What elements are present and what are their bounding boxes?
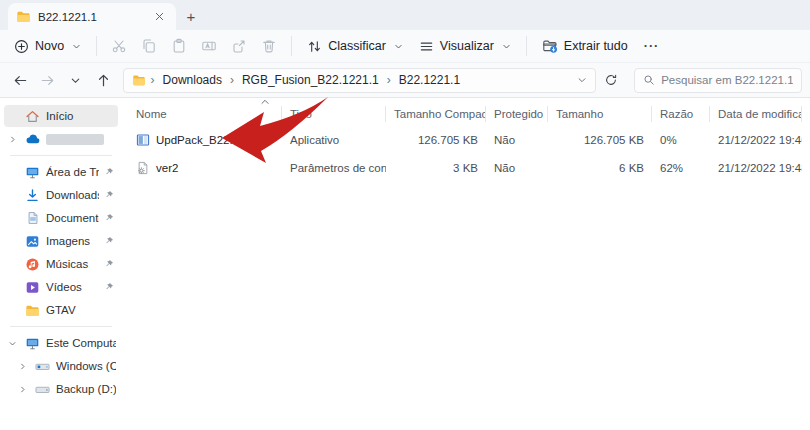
pin-icon — [104, 259, 114, 269]
new-button[interactable]: Novo — [6, 35, 89, 58]
sidebar-item-documentos[interactable]: Documentos — [4, 207, 118, 229]
file-size: 126.705 KB — [548, 134, 652, 146]
delete-button[interactable] — [254, 33, 284, 59]
addressbar-dropdown-icon[interactable] — [577, 75, 587, 85]
document-icon — [24, 211, 41, 225]
sidebar-item-gtav[interactable]: GTAV — [4, 299, 118, 321]
sidebar-item-onedrive[interactable] — [4, 128, 118, 150]
file-row-ver2[interactable]: ver2 Parâmetros de configuraç... 3 KB Nã… — [122, 154, 810, 182]
breadcrumb-downloads[interactable]: Downloads — [160, 72, 225, 88]
chevron-down-icon — [394, 42, 403, 51]
videos-icon — [24, 280, 41, 295]
extract-all-button[interactable]: Extrair tudo — [534, 34, 636, 58]
paste-button[interactable] — [164, 33, 194, 59]
sidebar-item-inicio[interactable]: Início — [4, 105, 118, 127]
explorer-body: Início Área de Trabalho Downloads — [0, 98, 810, 429]
view-button[interactable]: Visualizar — [411, 35, 519, 58]
copy-icon — [141, 38, 157, 54]
downloads-icon — [24, 188, 41, 203]
chevron-down-icon[interactable] — [6, 339, 19, 348]
more-icon: ··· — [644, 39, 660, 53]
sidebar-separator — [10, 155, 112, 156]
chevron-right-icon[interactable] — [16, 385, 29, 394]
breadcrumb-rgb-fusion[interactable]: RGB_Fusion_B22.1221.1 — [239, 72, 382, 88]
computer-icon — [24, 336, 41, 351]
paste-icon — [171, 38, 187, 54]
more-options-button[interactable]: ··· — [636, 35, 668, 57]
file-row-updpack[interactable]: UpdPack_B22.1221.1 Aplicativo 126.705 KB… — [122, 126, 810, 154]
back-button[interactable] — [8, 67, 33, 93]
breadcrumb-current-folder[interactable]: B22.1221.1 — [396, 72, 463, 88]
chevron-down-icon — [502, 42, 511, 51]
sidebar-item-area-de-trabalho[interactable]: Área de Trabalho — [4, 161, 118, 183]
column-header-protegido[interactable]: Protegido ... — [486, 106, 548, 122]
copy-button[interactable] — [134, 33, 164, 59]
up-button[interactable] — [91, 67, 116, 93]
address-bar[interactable]: › Downloads › RGB_Fusion_B22.1221.1 › B2… — [123, 68, 596, 93]
sidebar-item-windows-c[interactable]: Windows (C:) — [14, 355, 118, 377]
file-size: 6 KB — [548, 162, 652, 174]
column-header-tamanho-compact[interactable]: Tamanho Compact... — [386, 106, 486, 122]
explorer-tab[interactable]: B22.1221.1 — [8, 3, 176, 30]
cut-button[interactable] — [104, 33, 134, 59]
file-compressed-size: 126.705 KB — [386, 134, 486, 146]
refresh-button[interactable] — [599, 67, 624, 93]
drive-icon — [34, 382, 51, 397]
rename-button[interactable] — [194, 33, 224, 59]
sidebar-item-label: GTAV — [46, 304, 116, 316]
extract-all-label: Extrair tudo — [564, 39, 628, 53]
sidebar-item-musicas[interactable]: Músicas — [4, 253, 118, 275]
extract-folder-icon — [542, 38, 558, 54]
file-compressed-size: 3 KB — [386, 162, 486, 174]
sort-button[interactable]: Classificar — [299, 35, 411, 58]
folder-icon — [16, 9, 31, 24]
column-header-data-modificacao[interactable]: Data de modificação — [710, 106, 802, 122]
tab-title: B22.1221.1 — [38, 11, 143, 23]
images-icon — [24, 234, 41, 249]
sidebar-item-label: Downloads — [46, 189, 99, 201]
view-button-label: Visualizar — [440, 39, 494, 53]
sidebar-item-backup-d[interactable]: Backup (D:) — [14, 378, 118, 400]
sidebar-item-videos[interactable]: Vídeos — [4, 276, 118, 298]
onedrive-label-redacted — [46, 134, 104, 145]
share-icon — [231, 38, 247, 54]
file-modified: 21/12/2022 19:48 — [710, 162, 802, 174]
desktop-icon — [24, 165, 41, 180]
sidebar-item-label: Imagens — [46, 235, 99, 247]
folder-icon — [132, 73, 146, 87]
recent-locations-button[interactable] — [63, 67, 88, 93]
file-name: ver2 — [156, 162, 178, 174]
sidebar-item-imagens[interactable]: Imagens — [4, 230, 118, 252]
sidebar-item-este-computador[interactable]: Este Computador — [4, 332, 118, 354]
cut-icon — [111, 38, 127, 54]
onedrive-cloud-icon — [24, 131, 41, 147]
column-header-tipo[interactable]: Tipo — [282, 106, 386, 122]
view-lines-icon — [419, 39, 434, 54]
column-header-razao[interactable]: Razão — [652, 106, 710, 122]
column-header-tamanho[interactable]: Tamanho — [548, 106, 652, 122]
sidebar-item-label: Área de Trabalho — [46, 166, 99, 178]
sidebar-item-label: Vídeos — [46, 281, 99, 293]
chevron-right-icon[interactable] — [16, 362, 29, 371]
config-file-icon — [136, 161, 150, 175]
sidebar-item-downloads[interactable]: Downloads — [4, 184, 118, 206]
chevron-right-icon[interactable] — [6, 135, 19, 144]
toolbar-separator — [291, 36, 292, 56]
home-icon — [24, 109, 41, 124]
pin-icon — [104, 213, 114, 223]
search-icon — [643, 74, 655, 86]
forward-button[interactable] — [36, 67, 61, 93]
file-ratio: 62% — [652, 162, 710, 174]
toolbar-separator — [526, 36, 527, 56]
share-button[interactable] — [224, 33, 254, 59]
new-tab-button[interactable]: + — [176, 3, 206, 30]
new-button-label: Novo — [35, 39, 64, 53]
column-header-nome[interactable]: Nome — [132, 106, 282, 122]
search-box[interactable] — [634, 68, 802, 93]
pin-icon — [104, 236, 114, 246]
tab-close-icon[interactable] — [150, 8, 168, 26]
file-type: Aplicativo — [282, 134, 386, 146]
search-input[interactable] — [661, 74, 793, 86]
folder-icon — [24, 303, 41, 318]
sort-ascending-icon — [260, 98, 270, 106]
